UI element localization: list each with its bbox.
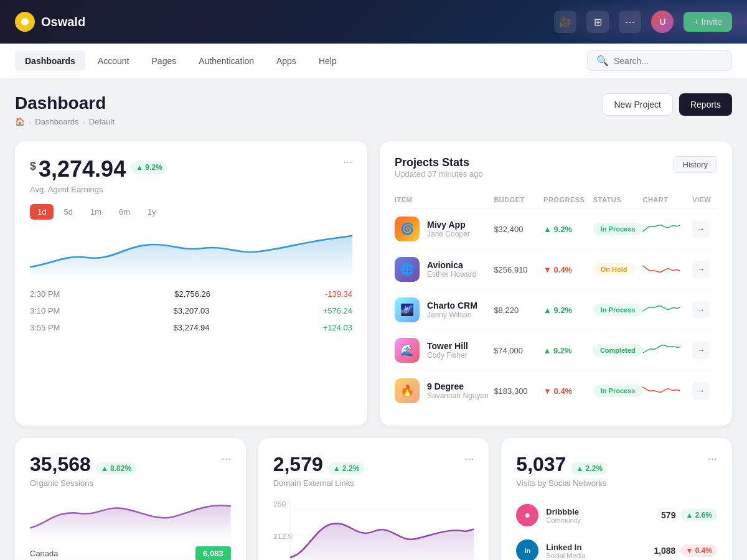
time-data-row: 3:10 PM $3,207.03 +576.24 <box>30 306 352 315</box>
breadcrumb-default: Default <box>89 117 115 126</box>
linkedin-icon: in <box>516 539 538 560</box>
time-data-row: 2:30 PM $2,756.26 -139.34 <box>30 289 352 299</box>
time-filter-1m[interactable]: 1m <box>83 204 109 220</box>
project-chart <box>643 342 692 359</box>
search-input[interactable] <box>614 56 723 66</box>
project-name: Mivy App <box>427 220 470 230</box>
status-badge: On Hold <box>593 263 635 276</box>
dribbble-details: Dribbble Community <box>546 507 581 524</box>
project-item-avionica: 🌐 Avionica Esther Howard <box>395 257 494 282</box>
project-chart <box>642 220 692 238</box>
history-button[interactable]: History <box>674 156 717 173</box>
project-icon-tower: 🌊 <box>395 338 420 363</box>
sessions-badge: ▲ 8.02% <box>96 462 136 475</box>
user-avatar[interactable]: U <box>651 11 674 33</box>
project-view-button[interactable]: → <box>692 342 710 359</box>
top-cards-grid: $ 3,274.94 ▲ 9.2% Avg. Agent Earnings ··… <box>15 141 732 426</box>
brand-logo <box>15 12 35 32</box>
dribbble-change: ▲ 2.6% <box>680 509 717 521</box>
time-filter-5d[interactable]: 5d <box>56 204 80 220</box>
invite-button[interactable]: + Invite <box>684 12 732 32</box>
time-data-row: 3:55 PM $3,274.94 +124.03 <box>30 323 352 332</box>
breadcrumb-dashboards[interactable]: Dashboards <box>35 117 78 126</box>
project-view-button[interactable]: → <box>692 382 710 399</box>
page-title: Dashboard <box>15 93 115 113</box>
project-name: 9 Degree <box>427 381 489 391</box>
project-view-button[interactable]: → <box>692 301 710 319</box>
project-budget: $8,220 <box>494 306 543 315</box>
project-progress: ▲ 9.2% <box>543 225 593 234</box>
table-row: 🌐 Avionica Esther Howard $256,910 ▼ 0.4%… <box>395 250 717 290</box>
nav-icon-share[interactable]: ⋯ <box>619 11 641 33</box>
nav-icon-camera[interactable]: 🎥 <box>554 11 576 33</box>
menu-item-authentication[interactable]: Authentication <box>189 51 264 71</box>
earnings-more-button[interactable]: ··· <box>343 156 352 167</box>
reports-button[interactable]: Reports <box>679 93 732 116</box>
sessions-subtitle: Organic Sessions <box>30 478 136 488</box>
social-badge: ▲ 2.2% <box>571 462 608 475</box>
time-label: 3:55 PM <box>30 323 60 332</box>
project-details-mivy: Mivy App Jane Cooper <box>427 220 470 238</box>
project-details-9degree: 9 Degree Savannah Nguyen <box>427 381 489 400</box>
svg-text:212.5: 212.5 <box>273 533 292 540</box>
time-filter-6m[interactable]: 6m <box>111 204 138 220</box>
project-view-button[interactable]: → <box>692 220 710 238</box>
social-networks-list: ● Dribbble Community 579 ▲ 2.6% in <box>516 498 717 560</box>
time-filter-1y[interactable]: 1y <box>140 204 164 220</box>
linkedin-stats: 1,088 ▼ 0.4% <box>654 544 717 557</box>
earnings-card: $ 3,274.94 ▲ 9.2% Avg. Agent Earnings ··… <box>15 141 367 426</box>
social-type: Social Media <box>546 552 585 559</box>
project-owner: Jane Cooper <box>427 230 470 238</box>
new-project-button[interactable]: New Project <box>603 93 673 116</box>
social-network-row-linkedin: in Linked In Social Media 1,088 ▼ 0.4% <box>516 533 717 560</box>
earnings-card-header: $ 3,274.94 ▲ 9.2% Avg. Agent Earnings ··… <box>30 156 352 194</box>
sessions-amount: 35,568 <box>30 453 91 476</box>
links-badge: ▲ 2.2% <box>328 462 365 475</box>
project-status: In Process <box>593 385 643 397</box>
menu-items: Dashboards Account Pages Authentication … <box>15 51 347 71</box>
nav-actions: 🎥 ⊞ ⋯ U + Invite <box>554 11 732 33</box>
project-budget: $32,400 <box>494 225 543 234</box>
project-budget: $256,910 <box>494 265 543 274</box>
menu-item-dashboards[interactable]: Dashboards <box>15 51 85 71</box>
earnings-amount: $ 3,274.94 <box>30 156 126 182</box>
time-filter-1d[interactable]: 1d <box>30 204 54 220</box>
sessions-card: 35,568 ▲ 8.02% Organic Sessions ··· <box>15 438 246 560</box>
project-chart <box>642 261 692 278</box>
col-view: VIEW <box>692 196 717 203</box>
menu-item-account[interactable]: Account <box>88 51 139 71</box>
status-badge: In Process <box>593 385 643 397</box>
project-chart <box>642 301 692 319</box>
breadcrumb-sep2: › <box>82 117 85 126</box>
linkedin-change: ▼ 0.4% <box>680 544 717 557</box>
change-label: +576.24 <box>323 306 352 315</box>
page-header: Dashboard 🏠 › Dashboards › Default New P… <box>15 93 732 126</box>
menu-item-help[interactable]: Help <box>309 51 347 71</box>
projects-header: Projects Stats Updated 37 minutes ago Hi… <box>395 156 717 189</box>
sessions-info: 35,568 ▲ 8.02% Organic Sessions <box>30 453 136 488</box>
menu-item-pages[interactable]: Pages <box>142 51 187 71</box>
project-details-avionica: Avionica Esther Howard <box>427 260 476 279</box>
project-item-mivy: 🌀 Mivy App Jane Cooper <box>395 217 494 241</box>
nav-icon-layout[interactable]: ⊞ <box>586 11 609 33</box>
project-view-button[interactable]: → <box>692 261 710 278</box>
project-name: Tower Hill <box>427 341 468 351</box>
project-progress: ▲ 9.2% <box>543 306 593 315</box>
links-chart: 250 212.5 <box>273 498 474 560</box>
social-network-info: ● Dribbble Community <box>516 504 581 526</box>
search-box[interactable]: 🔍 <box>587 50 732 71</box>
sessions-more-button[interactable]: ··· <box>222 453 231 464</box>
links-more-button[interactable]: ··· <box>464 453 474 464</box>
canada-bar: 6,083 <box>195 546 231 560</box>
breadcrumb: 🏠 › Dashboards › Default <box>15 117 115 126</box>
top-navigation: Oswald 🎥 ⊞ ⋯ U + Invite <box>0 0 747 44</box>
dribbble-icon: ● <box>516 504 538 526</box>
social-more-button[interactable]: ··· <box>708 453 717 464</box>
col-item: ITEM <box>395 196 494 203</box>
earnings-subtitle: Avg. Agent Earnings <box>30 185 167 194</box>
change-label: +124.03 <box>323 323 352 332</box>
project-budget: $183,300 <box>494 386 543 396</box>
menu-item-apps[interactable]: Apps <box>266 51 306 71</box>
status-badge: In Process <box>593 223 643 235</box>
links-card: 2,579 ▲ 2.2% Domain External Links ··· <box>258 438 489 560</box>
